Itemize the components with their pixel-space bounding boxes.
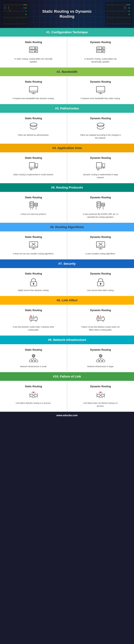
static-col-s3: Static Routing Paths are defined by admi…: [0, 114, 67, 142]
svg-line-139: [31, 358, 31, 360]
dynamic-icon-s9: [95, 353, 106, 363]
comparison-container-s6: Static Routing It does not use any compl…: [0, 232, 134, 260]
section-title-s4: Application Area: [57, 146, 82, 150]
svg-rect-75: [30, 204, 33, 205]
static-desc-s10: Link failure disturbs routing is in proc…: [16, 402, 51, 404]
dynamic-col-s5: Dynamic Routing It uses protocols like E…: [67, 193, 134, 222]
dynamic-label-s8: Dynamic Routing: [90, 309, 111, 312]
dynamic-desc-s2: It requires more bandwidth than static r…: [81, 97, 120, 100]
dynamic-icon-s4: [95, 162, 106, 171]
dynamic-desc-s1: In dynamic routing, routing tables are d…: [80, 58, 122, 63]
dynamic-label-s7: Dynamic Routing: [90, 272, 111, 275]
section-s8: #8. Link Affect Static Routing If any li…: [0, 296, 134, 336]
dynamic-col-s2: Dynamic Routing It requires more bandwid…: [67, 78, 134, 103]
svg-point-112: [31, 318, 32, 319]
section-s10: #10. Failure of Link Static Routing Link…: [0, 372, 134, 412]
svg-point-57: [30, 123, 37, 126]
static-desc-s7: Highly secure than dynamic routing.: [18, 289, 49, 292]
static-icon-s6: [28, 240, 39, 250]
section-header-s9: #9. Network Infrastructure: [0, 336, 134, 344]
section-s2: #2. Bandwidth Static Routing It requires…: [0, 68, 134, 104]
dynamic-desc-s8: Failure of any link between routers does…: [80, 326, 122, 331]
svg-point-114: [34, 318, 34, 319]
svg-rect-29: [106, 20, 131, 22]
svg-rect-59: [29, 162, 35, 168]
footer-url: www.educba.com: [56, 414, 78, 417]
dynamic-col-s3: Dynamic Routing Paths are updated accord…: [67, 114, 134, 142]
svg-rect-147: [96, 360, 99, 362]
dynamic-desc-s4: Dynamic routing is implemented in large …: [80, 173, 122, 179]
comparison-container-s4: Static Routing Static routing is impleme…: [0, 152, 134, 183]
static-icon-s4: [28, 162, 39, 171]
svg-rect-167: [101, 394, 104, 396]
section-title-s7: Security: [63, 262, 76, 266]
static-icon-s10: [28, 390, 39, 400]
svg-rect-49: [29, 86, 38, 92]
dynamic-icon-s8: [95, 314, 106, 324]
section-header-s6: #6. Routing Algorithms: [0, 223, 134, 232]
section-s9: #9. Network Infrastructure Static Routin…: [0, 336, 134, 372]
dynamic-desc-s9: Network infrastructure is large.: [87, 365, 114, 368]
svg-point-44: [101, 48, 102, 48]
section-number-s7: #7.: [58, 262, 63, 266]
dynamic-icon-s7: [95, 277, 106, 287]
section-number-s9: #9.: [48, 338, 53, 342]
svg-line-142: [36, 358, 36, 360]
dynamic-desc-s6: It uses complex routing algorithms.: [85, 252, 116, 255]
svg-rect-61: [35, 164, 38, 168]
static-label-s2: Static Routing: [25, 80, 42, 83]
svg-point-8: [25, 10, 27, 12]
svg-rect-7: [3, 10, 28, 12]
static-label-s1: Static Routing: [25, 41, 42, 44]
svg-point-43: [102, 48, 103, 48]
section-header-s5: #5. Routing Protocols: [0, 183, 134, 192]
section-number-s8: #8.: [56, 298, 62, 302]
section-s5: #5. Routing Protocols Static Routing It …: [0, 183, 134, 223]
svg-point-106: [33, 283, 34, 284]
svg-point-2: [25, 4, 27, 5]
svg-point-123: [98, 318, 99, 319]
dynamic-desc-s7: Less secure than static routing.: [87, 289, 114, 292]
section-s7: #7. Security Static Routing Highly secur…: [0, 260, 134, 296]
svg-point-35: [35, 48, 36, 48]
svg-line-128: [103, 316, 103, 317]
svg-line-129: [98, 320, 99, 322]
comparison-row-s2: Static Routing It requires less bandwidt…: [0, 76, 134, 104]
static-label-s9: Static Routing: [25, 348, 42, 351]
sections-container: #1. Configuration Technique Static Routi…: [0, 28, 134, 412]
section-title-s9: Network Infrastructure: [53, 338, 86, 342]
static-col-s7: Static Routing Highly secure than dynami…: [0, 270, 67, 294]
static-col-s4: Static Routing Static routing is impleme…: [0, 154, 67, 182]
svg-rect-11: [3, 16, 28, 19]
static-col-s5: Static Routing It does not used any prot…: [0, 193, 67, 222]
svg-point-125: [101, 318, 101, 319]
footer: www.educba.com: [0, 412, 134, 419]
dynamic-icon-s1: [95, 46, 106, 56]
comparison-container-s8: Static Routing If any link between route…: [0, 305, 134, 336]
section-s6: #6. Routing Algorithms Static Routing It…: [0, 223, 134, 260]
static-label-s3: Static Routing: [25, 117, 42, 120]
section-number-s4: #4.: [52, 146, 57, 150]
static-desc-s6: It does not use any complex routing algo…: [13, 252, 54, 255]
static-icon-s2: [28, 85, 39, 95]
dynamic-col-s10: Dynamic Routing Link failure does not di…: [67, 382, 134, 410]
static-desc-s3: Paths are defined by administrative.: [18, 134, 49, 136]
svg-line-119: [36, 320, 36, 322]
section-header-s8: #8. Link Affect: [0, 296, 134, 305]
dynamic-icon-s10: [95, 390, 106, 400]
section-header-s2: #2. Bandwidth: [0, 68, 134, 76]
svg-point-58: [97, 123, 104, 126]
section-s4: #4. Application Area Static Routing Stat…: [0, 144, 134, 183]
svg-rect-28: [106, 16, 131, 19]
svg-point-38: [34, 51, 35, 52]
svg-point-20: [128, 4, 130, 5]
page-title: Static Routing vs Dynamic Routing: [39, 6, 95, 22]
svg-rect-99: [96, 242, 105, 248]
svg-rect-68: [102, 164, 105, 168]
svg-rect-63: [36, 168, 37, 168]
section-header-s1: #1. Configuration Technique: [0, 28, 134, 36]
static-label-s8: Static Routing: [25, 309, 42, 312]
svg-line-150: [98, 358, 99, 360]
static-desc-s9: Network infrastructure is small.: [20, 365, 47, 368]
svg-point-23: [128, 8, 130, 8]
